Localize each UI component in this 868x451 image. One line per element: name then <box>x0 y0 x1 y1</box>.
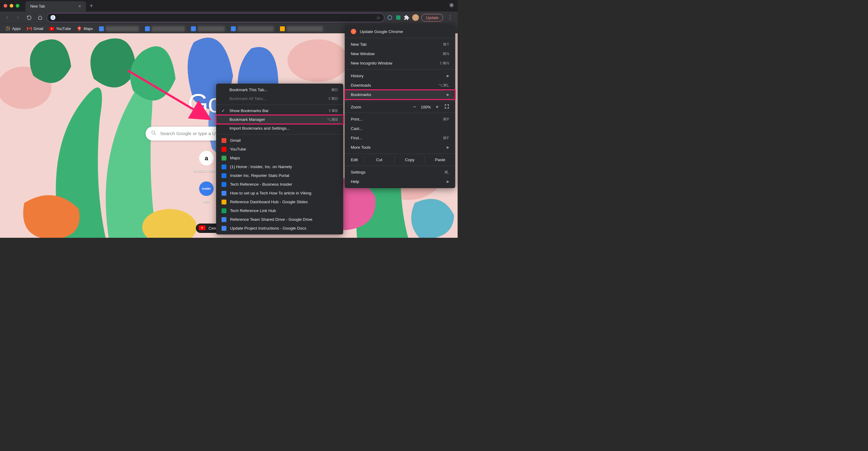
cut-button[interactable]: Cut <box>364 156 394 164</box>
fullscreen-window-button[interactable] <box>16 4 19 7</box>
svg-rect-4 <box>7 27 8 28</box>
new-tab[interactable]: New Tab⌘T <box>345 40 455 49</box>
bookmark-item[interactable]: Reference Team Shared Drive - Google Dri… <box>216 215 343 224</box>
back-button[interactable] <box>3 13 11 22</box>
youtube-icon <box>199 225 206 231</box>
bookmark-redacted[interactable] <box>143 25 187 33</box>
titlebar: New Tab × + <box>0 0 458 11</box>
menu-separator <box>345 113 455 113</box>
copy-button[interactable]: Copy <box>394 156 425 164</box>
item-label: New Tab <box>351 42 367 47</box>
edit-label: Edit <box>345 156 364 164</box>
history[interactable]: History▶ <box>345 71 455 81</box>
bookmark-manager[interactable]: Bookmark Manager ⌥⌘B <box>216 115 343 124</box>
bookmark-maps[interactable]: Maps <box>74 25 95 32</box>
main-menu-button[interactable]: ⋮ <box>445 14 455 21</box>
bookmark-item[interactable]: Reference Dashboard Hub - Google Slides <box>216 197 343 206</box>
bookmark-redacted[interactable] <box>189 25 227 33</box>
menu-separator <box>345 153 455 154</box>
browser-tab[interactable]: New Tab × <box>25 1 86 11</box>
item-label: Bookmark This Tab... <box>229 87 268 92</box>
favicon <box>221 226 226 231</box>
new-incognito[interactable]: New Incognito Window⇧⌘N <box>345 58 455 68</box>
downloads[interactable]: Downloads⌥⌘L <box>345 81 455 90</box>
favicon <box>221 191 226 196</box>
zoom-in-button[interactable]: + <box>433 104 441 110</box>
apps-button[interactable]: Apps <box>3 25 23 32</box>
bookmark-item[interactable]: Insider Inc. Reporter Stats Portal <box>216 171 343 180</box>
item-label: Bookmark Manager <box>229 117 265 122</box>
favicon <box>221 138 226 143</box>
import-bookmarks[interactable]: Import Bookmarks and Settings... <box>216 124 343 133</box>
toolbar: G ☆ Update ⋮ <box>0 11 458 24</box>
favicon <box>280 26 285 31</box>
bookmark-star-icon[interactable]: ☆ <box>376 15 380 21</box>
minimize-window-button[interactable] <box>10 4 13 7</box>
home-button[interactable] <box>36 13 44 22</box>
update-button[interactable]: Update <box>421 14 443 22</box>
close-tab-icon[interactable]: × <box>79 4 81 9</box>
bookmark-label: Update Project Instructions - Google Doc… <box>230 226 306 230</box>
zoom-value: 100% <box>419 105 433 109</box>
new-window[interactable]: New Window⌘N <box>345 49 455 58</box>
bookmark-item[interactable]: Update Project Instructions - Google Doc… <box>216 224 343 233</box>
bookmark-item[interactable]: YouTube <box>216 145 343 153</box>
cast[interactable]: Cast... <box>345 124 455 133</box>
more-tools[interactable]: More Tools▶ <box>345 143 455 152</box>
bookmark-redacted[interactable] <box>97 25 141 33</box>
bookmark-item[interactable]: (1) Home : Insider, Inc. on Namely <box>216 162 343 171</box>
bookmark-item[interactable]: Gmail <box>216 136 343 145</box>
redacted-label <box>198 26 225 31</box>
update-chrome[interactable]: ↑ Update Google Chrome <box>345 27 455 36</box>
bookmark-item[interactable]: How to set up a Tech How To article in V… <box>216 189 343 197</box>
settings[interactable]: Settings⌘, <box>345 168 455 177</box>
shortcut-letter: a <box>205 155 208 162</box>
svg-rect-5 <box>9 27 10 28</box>
checkmark-icon: ✓ <box>221 108 226 113</box>
address-input[interactable] <box>58 15 374 20</box>
omnibox[interactable]: G ☆ <box>46 13 384 22</box>
svg-rect-9 <box>6 30 7 31</box>
help[interactable]: Help▶ <box>345 177 455 186</box>
bookmark-youtube[interactable]: YouTube <box>47 25 73 32</box>
favicon <box>145 26 150 31</box>
profile-avatar[interactable] <box>412 14 419 21</box>
shortcut-keys: ⌥⌘B <box>327 117 338 122</box>
extension-icon[interactable] <box>387 15 393 21</box>
bookmark-redacted[interactable] <box>278 25 326 33</box>
bookmark-all-tabs: Bookmark All Tabs... ⇧⌘D <box>216 94 343 103</box>
bookmark-item[interactable]: Tech Reference Link Hub <box>216 206 343 215</box>
bookmark-label: YouTube <box>230 147 246 151</box>
favicon <box>231 26 236 31</box>
extension-badge-icon[interactable] <box>395 15 401 21</box>
forward-button[interactable] <box>14 13 22 22</box>
chevron-right-icon: ▶ <box>447 179 449 184</box>
zoom-row: Zoom − 100% + <box>345 103 455 111</box>
bookmark-redacted[interactable] <box>228 25 276 33</box>
new-tab-button[interactable]: + <box>90 2 93 9</box>
bookmark-item[interactable]: Maps <box>216 153 343 162</box>
show-bookmarks-bar[interactable]: ✓ Show Bookmarks Bar ⇧⌘B <box>216 106 343 115</box>
zoom-out-button[interactable]: − <box>410 104 419 110</box>
favicon <box>221 147 226 152</box>
fullscreen-icon[interactable] <box>444 104 449 110</box>
item-label: Downloads <box>351 83 371 87</box>
titlebar-caret-icon[interactable] <box>449 3 454 9</box>
svg-rect-2 <box>396 16 400 20</box>
close-window-button[interactable] <box>4 4 7 7</box>
bookmark-this-tab[interactable]: Bookmark This Tab... ⌘D <box>216 85 343 94</box>
paste-button[interactable]: Paste <box>425 156 455 164</box>
svg-point-13 <box>79 28 80 29</box>
print[interactable]: Print...⌘P <box>345 114 455 124</box>
bookmark-item[interactable]: Tech Reference - Business Insider <box>216 180 343 189</box>
svg-rect-6 <box>6 28 7 29</box>
find[interactable]: Find...⌘F <box>345 133 455 143</box>
bookmark-gmail[interactable]: Gmail <box>25 25 46 32</box>
extensions-puzzle-icon[interactable] <box>404 15 410 21</box>
reload-button[interactable] <box>25 13 33 22</box>
shortcut-keys: ⌘F <box>443 136 449 140</box>
gmail-icon <box>27 26 32 31</box>
shortcut-keys: ⇧⌘B <box>328 108 338 113</box>
bookmarks[interactable]: Bookmarks▶ <box>345 90 455 100</box>
shortcut-keys: ⇧⌘D <box>328 96 338 101</box>
